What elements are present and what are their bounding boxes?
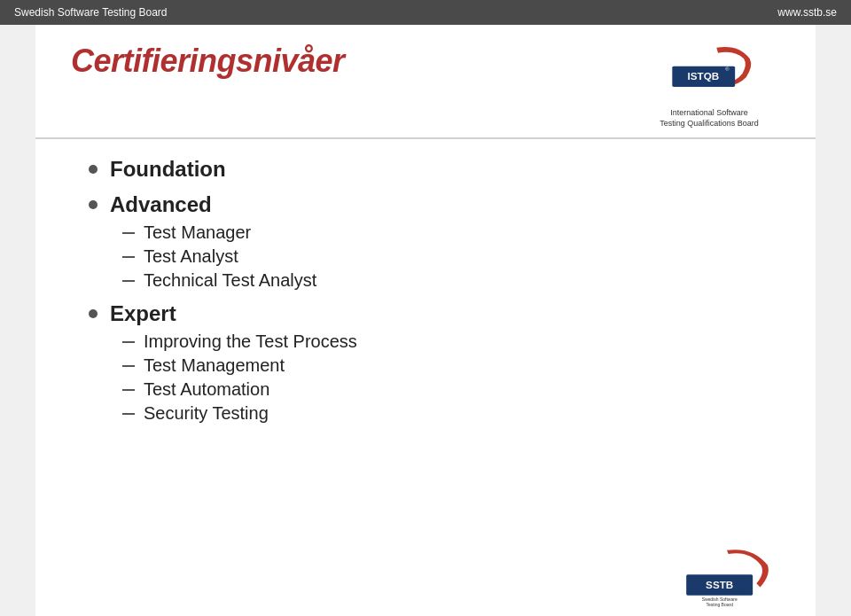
istqb-logo-area: ISTQB ® International Software Testing Q… xyxy=(638,43,780,129)
list-item: Improving the Test Process xyxy=(122,331,762,352)
dash-icon xyxy=(122,365,135,367)
svg-text:ISTQB: ISTQB xyxy=(688,71,720,82)
org-name: Swedish Software Testing Board xyxy=(14,6,168,19)
istqb-tagline: International Software Testing Qualifica… xyxy=(660,108,759,129)
istqb-logo-icon: ISTQB ® xyxy=(665,43,753,105)
istqb-name-line2: Testing Qualifications Board xyxy=(660,119,759,129)
test-automation-label: Test Automation xyxy=(144,379,269,400)
foundation-label: Foundation xyxy=(110,157,226,182)
sstb-logo-area: SSTB Swedish Software Testing Board xyxy=(683,545,771,607)
expert-children: Improving the Test Process Test Manageme… xyxy=(122,331,762,424)
advanced-label: Advanced xyxy=(110,192,212,217)
list-item: Test Automation xyxy=(122,379,762,400)
list-item: Security Testing xyxy=(122,403,762,424)
sstb-logo-icon: SSTB Swedish Software Testing Board xyxy=(683,545,771,607)
dash-icon xyxy=(122,280,135,282)
improving-label: Improving the Test Process xyxy=(144,331,357,352)
test-manager-label: Test Manager xyxy=(144,222,251,243)
dash-icon xyxy=(122,341,135,343)
dash-icon xyxy=(122,389,135,391)
svg-text:SSTB: SSTB xyxy=(706,579,733,590)
test-management-label: Test Management xyxy=(144,355,285,376)
test-analyst-label: Test Analyst xyxy=(144,246,238,267)
expert-item: Expert xyxy=(89,301,762,326)
bullet-icon xyxy=(89,165,98,174)
slide-header: Certifieringsnivåer ISTQB ® Internationa… xyxy=(35,25,816,139)
slide-title: Certifieringsnivåer xyxy=(71,43,345,80)
dash-icon xyxy=(122,232,135,234)
foundation-item: Foundation xyxy=(89,157,762,182)
main-content: Certifieringsnivåer ISTQB ® Internationa… xyxy=(0,25,851,616)
list-item: Test Analyst xyxy=(122,246,762,267)
foundation-section: Foundation xyxy=(89,157,762,182)
slide: Certifieringsnivåer ISTQB ® Internationa… xyxy=(35,25,816,616)
svg-text:®: ® xyxy=(725,66,730,72)
bullet-icon xyxy=(89,200,98,209)
expert-section: Expert Improving the Test Process Test M… xyxy=(89,301,762,424)
top-bar: Swedish Software Testing Board www.sstb.… xyxy=(0,0,851,25)
list-item: Technical Test Analyst xyxy=(122,270,762,291)
advanced-children: Test Manager Test Analyst Technical Test… xyxy=(122,222,762,291)
technical-test-analyst-label: Technical Test Analyst xyxy=(144,270,316,291)
dash-icon xyxy=(122,256,135,258)
dash-icon xyxy=(122,413,135,415)
svg-text:Testing Board: Testing Board xyxy=(706,602,733,607)
website: www.sstb.se xyxy=(777,6,837,19)
advanced-section: Advanced Test Manager Test Analyst Techn… xyxy=(89,192,762,291)
list-item: Test Management xyxy=(122,355,762,376)
security-testing-label: Security Testing xyxy=(144,403,269,424)
list-item: Test Manager xyxy=(122,222,762,243)
istqb-name-line1: International Software xyxy=(660,108,759,119)
expert-label: Expert xyxy=(110,301,176,326)
bullet-icon xyxy=(89,309,98,318)
advanced-item: Advanced xyxy=(89,192,762,217)
